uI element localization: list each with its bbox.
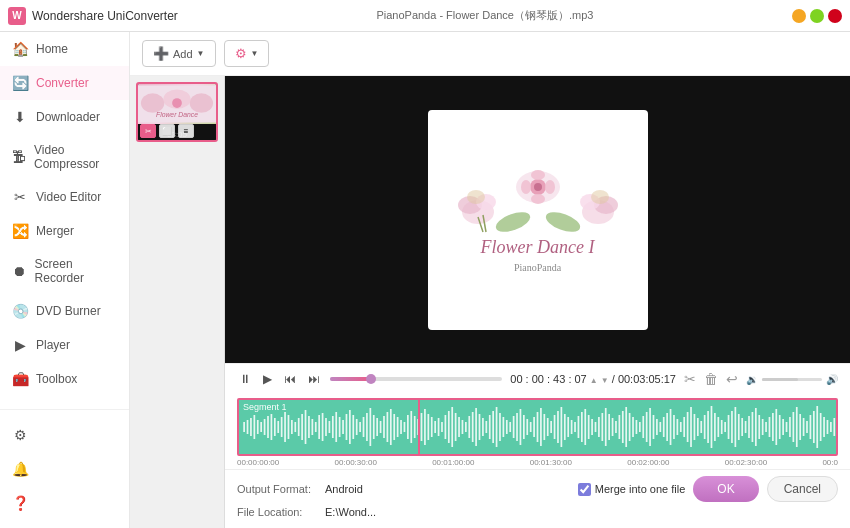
file-list: Flower Dance 03:05 ✂ ⬜ ≡ [130,76,225,528]
sidebar-item-video-editor[interactable]: ✂ Video Editor [0,180,129,214]
cut-button[interactable]: ✂ [684,371,696,387]
sidebar-label-video-compressor: Video Compressor [34,143,117,171]
svg-rect-88 [455,413,457,441]
svg-rect-39 [288,415,290,439]
undo-button[interactable]: ↩ [726,371,738,387]
time-marker-2: 00:01:00:00 [432,458,474,467]
sidebar-item-player[interactable]: ▶ Player [0,328,129,362]
svg-rect-74 [407,415,409,439]
sidebar-item-home[interactable]: 🏠 Home [0,32,129,66]
format-action-btn[interactable]: ⬜ [159,124,175,138]
flower-decoration [458,167,618,237]
svg-rect-136 [619,415,621,439]
step-down-arrow[interactable]: ▼ [601,376,609,385]
output-format-label: Output Format: [237,483,317,495]
svg-rect-170 [735,407,737,447]
svg-rect-189 [799,414,801,440]
play-button[interactable]: ▶ [261,370,274,388]
close-button[interactable] [828,9,842,23]
svg-rect-139 [629,413,631,441]
svg-point-9 [467,190,485,204]
maximize-button[interactable] [810,9,824,23]
segment-label: Segment 1 [243,402,287,412]
progress-bar[interactable] [330,377,502,381]
sidebar-item-toolbox[interactable]: 🧰 Toolbox [0,362,129,396]
svg-rect-127 [588,415,590,439]
step-up-arrow[interactable]: ▲ [590,376,598,385]
pause-button[interactable]: ⏸ [237,370,253,388]
minimize-button[interactable] [792,9,806,23]
svg-rect-167 [724,422,726,432]
svg-rect-143 [642,416,644,438]
svg-rect-60 [359,422,361,432]
svg-point-20 [521,180,531,194]
bell-icon: 🔔 [12,461,28,477]
svg-rect-43 [301,414,303,440]
sidebar-item-merger[interactable]: 🔀 Merger [0,214,129,248]
svg-rect-129 [595,422,597,432]
converter-icon: 🔄 [12,75,28,91]
svg-rect-52 [332,416,334,438]
svg-point-15 [591,190,609,204]
preview-area: Flower Dance I PianoPanda ⏸ ▶ ⏮ ⏭ 00 : [225,76,850,528]
svg-rect-67 [383,416,385,438]
next-button[interactable]: ⏭ [306,370,322,388]
svg-rect-95 [479,414,481,440]
svg-rect-159 [697,418,699,436]
svg-rect-30 [257,420,259,434]
cancel-button[interactable]: Cancel [767,476,838,502]
svg-rect-178 [762,419,764,435]
svg-rect-40 [291,420,293,434]
svg-point-23 [493,208,532,235]
merge-checkbox[interactable] [578,483,591,496]
svg-rect-155 [683,417,685,437]
ok-button[interactable]: OK [693,476,758,502]
svg-rect-185 [786,422,788,432]
sidebar-item-converter[interactable]: 🔄 Converter [0,66,129,100]
volume-bar[interactable] [762,378,822,381]
svg-rect-102 [503,417,505,437]
delete-button[interactable]: 🗑 [704,371,718,387]
sidebar-item-dvd-burner[interactable]: 💿 DVD Burner [0,294,129,328]
svg-rect-132 [605,408,607,446]
svg-rect-65 [376,418,378,436]
waveform-container[interactable]: Segment 1 [237,398,838,456]
list-action-btn[interactable]: ≡ [178,124,194,138]
svg-rect-72 [400,420,402,434]
svg-text:Flower Dance: Flower Dance [156,111,198,118]
window-controls [792,9,842,23]
svg-rect-199 [833,418,835,436]
settings-button[interactable]: ⚙ ▼ [224,40,270,67]
svg-rect-55 [342,420,344,434]
toolbar: ➕ Add ▼ ⚙ ▼ [130,32,850,76]
svg-rect-103 [506,420,508,434]
trim-action-btn[interactable]: ✂ [140,124,156,138]
prev-button[interactable]: ⏮ [282,370,298,388]
sidebar-item-help[interactable]: ❓ [0,486,129,520]
sidebar-item-notifications[interactable]: 🔔 [0,452,129,486]
svg-rect-51 [329,421,331,433]
svg-point-21 [545,180,555,194]
svg-rect-115 [547,418,549,436]
svg-rect-87 [451,407,453,447]
sidebar-item-settings[interactable]: ⚙ [0,418,129,452]
settings-dropdown-arrow: ▼ [251,49,259,58]
sidebar-item-screen-recorder[interactable]: ⏺ Screen Recorder [0,248,129,294]
file-thumbnail[interactable]: Flower Dance 03:05 ✂ ⬜ ≡ [136,82,218,142]
svg-rect-92 [468,416,470,438]
svg-point-4 [172,98,182,108]
svg-point-18 [531,170,545,180]
svg-rect-90 [462,420,464,434]
svg-rect-106 [516,413,518,441]
total-time: / 00:03:05:17 [612,373,676,385]
svg-rect-141 [636,420,638,434]
add-file-button[interactable]: ➕ Add ▼ [142,40,216,67]
svg-rect-191 [806,421,808,433]
sidebar-item-video-compressor[interactable]: 🗜 Video Compressor [0,134,129,180]
svg-rect-108 [523,415,525,439]
sidebar-item-downloader[interactable]: ⬇ Downloader [0,100,129,134]
merge-label[interactable]: Merge into one file [595,483,686,495]
svg-rect-68 [387,412,389,442]
sidebar-label-screen-recorder: Screen Recorder [35,257,117,285]
app-title: Wondershare UniConverter [32,9,178,23]
